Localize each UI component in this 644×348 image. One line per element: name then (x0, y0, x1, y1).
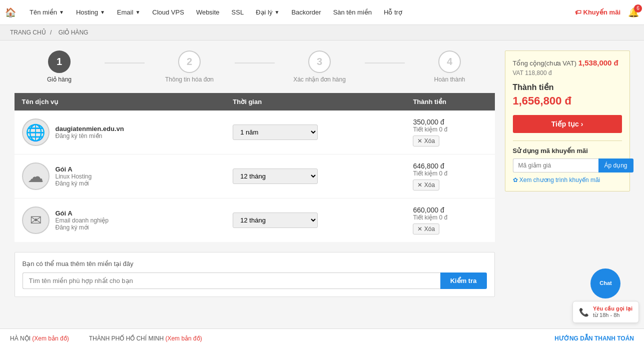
step-3-label: Xác nhận đơn hàng (293, 76, 346, 83)
thanh-tien-value: 1,656,800 đ (513, 94, 622, 108)
main-container: 1 Giỏ hàng 2 Thông tin hóa đơn 3 Xác nhậ… (7, 40, 637, 307)
email-icon: ✉ (22, 206, 50, 234)
domain-search-input[interactable] (23, 272, 440, 289)
promo-section: Sử dụng mã khuyến mãi Áp dụng ✿ Xem chươ… (513, 140, 622, 184)
domain-search-title: Bạn có thể mua thêm tên miền tại đây (23, 260, 487, 268)
step-connector-2 (235, 62, 275, 64)
nav-cloud-vps[interactable]: Cloud VPS (146, 0, 190, 25)
hosting-icon: ☁ (22, 162, 50, 190)
thanh-tien-label: Thành tiền (513, 82, 622, 92)
chevron-down-icon: ▼ (59, 10, 64, 15)
breadcrumb: TRANG CHỦ / GIỎ HÀNG (0, 25, 644, 40)
promo-apply-button[interactable]: Áp dụng (598, 158, 633, 172)
col-header-service: Tên dịch vụ (15, 93, 226, 110)
nav-san-ten-mien[interactable]: Sàn tên miền (327, 0, 378, 25)
time-select-3[interactable]: 12 tháng 24 tháng 36 tháng (233, 212, 318, 228)
domain-search-row: Kiểm tra (23, 272, 487, 289)
vat-row: VAT 118,800 đ (513, 70, 622, 76)
tiep-tuc-button[interactable]: Tiếp tục › (513, 115, 622, 133)
total-value: 1,538,000 đ (578, 58, 618, 67)
chat-button[interactable]: Chat (590, 268, 620, 298)
nav-dai-ly[interactable]: Đại lý ▼ (250, 0, 285, 25)
nav-ssl[interactable]: SSL (226, 0, 250, 25)
step-1: 1 Giỏ hàng (15, 50, 105, 83)
col-header-time: Thời gian (225, 93, 405, 110)
domain-search-button[interactable]: Kiểm tra (440, 272, 487, 289)
time-cell-2: 12 tháng 24 tháng 36 tháng (225, 154, 405, 198)
chevron-down-icon: ▼ (100, 10, 105, 15)
breadcrumb-separator: / (50, 29, 52, 36)
price-main-2: 646,800 đ (413, 162, 487, 170)
chevron-down-icon: ▼ (274, 10, 279, 15)
step-1-label: Giỏ hàng (47, 76, 72, 83)
time-cell-1: 1 năm 2 năm 3 năm (225, 110, 405, 154)
delete-btn-2[interactable]: ✕ Xóa (413, 180, 439, 190)
domain-search-section: Bạn có thể mua thêm tên miền tại đây Kiể… (15, 252, 495, 297)
step-4: 4 Hoàn thành (405, 50, 495, 83)
service-cell-2: ☁ Gói A Linux Hosting Đăng ký mới (15, 154, 226, 198)
step-3: 3 Xác nhận đơn hàng (275, 50, 365, 83)
domain-icon: 🌐 (22, 118, 50, 146)
table-row: ☁ Gói A Linux Hosting Đăng ký mới 12 thá… (15, 154, 495, 198)
price-save-2: Tiết kiệm 0 đ (413, 170, 487, 177)
price-cell-3: 660,000 đ Tiết kiệm 0 đ ✕ Xóa (405, 198, 494, 242)
nav-hosting[interactable]: Hosting ▼ (70, 0, 111, 25)
nav-website[interactable]: Website (190, 0, 226, 25)
promo-button[interactable]: 🏷 Khuyến mãi (575, 8, 620, 16)
callback-text: Yêu cầu gọi lại từ 18h - 8h (593, 306, 632, 307)
price-cell-2: 646,800 đ Tiết kiệm 0 đ ✕ Xóa (405, 154, 494, 198)
service-new-2: Đăng ký mới (56, 180, 92, 187)
step-2: 2 Thông tin hóa đơn (145, 50, 235, 83)
step-1-circle: 1 (48, 50, 71, 73)
price-save-1: Tiết kiệm 0 đ (413, 126, 487, 133)
service-name-3: Gói A (56, 210, 109, 217)
promo-input[interactable] (513, 158, 598, 172)
service-type-3: Email doanh nghiệp (56, 217, 109, 224)
chevron-down-icon: ▼ (135, 10, 140, 15)
price-cell-1: 350,000 đ Tiết kiệm 0 đ ✕ Xóa (405, 110, 494, 154)
price-main-1: 350,000 đ (413, 118, 487, 126)
step-connector-3 (365, 62, 405, 64)
breadcrumb-current: GIỎ HÀNG (59, 29, 89, 36)
nav-backorder[interactable]: Backorder (285, 0, 327, 25)
step-4-circle: 4 (438, 50, 461, 73)
step-4-label: Hoàn thành (434, 76, 465, 83)
promo-row: Áp dụng (513, 158, 622, 172)
service-cell-1: 🌐 daugiatenmien.edu.vn Đăng ký tên miền (15, 110, 226, 154)
service-name-1: daugiatenmien.edu.vn (56, 125, 124, 132)
step-3-circle: 3 (308, 50, 331, 73)
price-save-3: Tiết kiệm 0 đ (413, 214, 487, 221)
col-header-price: Thành tiền (405, 93, 494, 110)
step-2-label: Thông tin hóa đơn (165, 76, 214, 83)
table-row: ✉ Gói A Email doanh nghiệp Đăng ký mới 1… (15, 198, 495, 242)
service-type-1: Đăng ký tên miền (56, 132, 124, 140)
step-2-circle: 2 (178, 50, 201, 73)
nav-ho-tro[interactable]: Hỗ trợ (378, 0, 408, 25)
service-new-3: Đăng ký mới (56, 224, 109, 231)
delete-btn-1[interactable]: ✕ Xóa (413, 136, 439, 146)
notification-bell[interactable]: 🔔 6 (628, 7, 639, 18)
price-main-3: 660,000 đ (413, 206, 487, 214)
chat-widget: Chat 📞 Yêu cầu gọi lại từ 18h - 8h (572, 268, 639, 307)
notification-badge: 6 (634, 4, 642, 12)
service-name-2: Gói A (56, 166, 92, 173)
cart-table: Tên dịch vụ Thời gian Thành tiền 🌐 daugi… (15, 93, 495, 242)
order-summary: Tổng cộng(chưa VAT) 1,538,000 đ VAT 118,… (505, 50, 630, 192)
nav-ten-mien[interactable]: Tên miền ▼ (24, 0, 70, 25)
breadcrumb-home[interactable]: TRANG CHỦ (10, 29, 46, 36)
total-label: Tổng cộng(chưa VAT) 1,538,000 đ (513, 58, 622, 67)
time-select-1[interactable]: 1 năm 2 năm 3 năm (233, 124, 318, 140)
home-icon[interactable]: 🏠 (5, 7, 16, 18)
time-cell-3: 12 tháng 24 tháng 36 tháng (225, 198, 405, 242)
service-cell-3: ✉ Gói A Email doanh nghiệp Đăng ký mới (15, 198, 226, 242)
view-promo-link[interactable]: ✿ Xem chương trình khuyến mãi (513, 176, 622, 184)
right-panel: Tổng cộng(chưa VAT) 1,538,000 đ VAT 118,… (505, 50, 630, 297)
content-left: 1 Giỏ hàng 2 Thông tin hóa đơn 3 Xác nhậ… (15, 50, 495, 297)
top-navigation: 🏠 Tên miền ▼ Hosting ▼ Email ▼ Cloud VPS… (0, 0, 644, 25)
checkout-steps: 1 Giỏ hàng 2 Thông tin hóa đơn 3 Xác nhậ… (15, 50, 495, 83)
callback-box[interactable]: 📞 Yêu cầu gọi lại từ 18h - 8h (572, 301, 639, 307)
step-connector-1 (105, 62, 145, 64)
delete-btn-3[interactable]: ✕ Xóa (413, 224, 439, 234)
time-select-2[interactable]: 12 tháng 24 tháng 36 tháng (233, 168, 318, 184)
nav-email[interactable]: Email ▼ (111, 0, 146, 25)
